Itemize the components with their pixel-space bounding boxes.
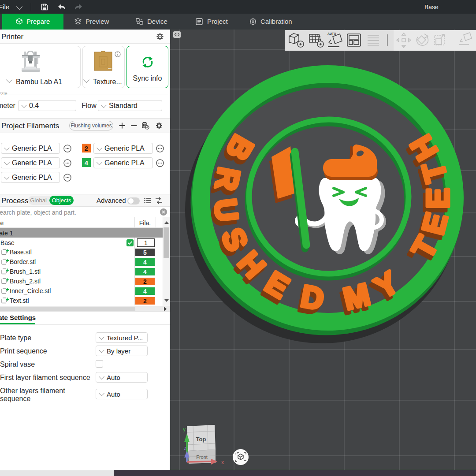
svg-text:AUTO: AUTO: [327, 32, 336, 35]
